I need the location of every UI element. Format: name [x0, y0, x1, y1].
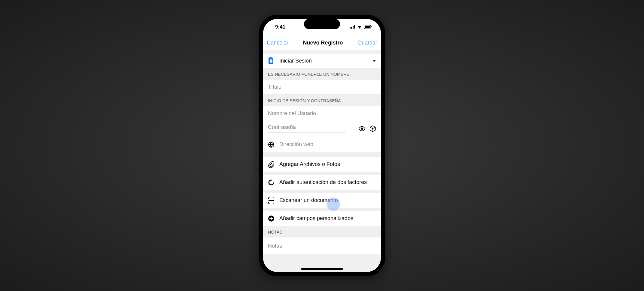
dice-icon[interactable]	[369, 125, 376, 132]
custom-fields-label: Añadir campos personalizados	[279, 215, 353, 222]
section-header-notes: NOTAS	[263, 226, 381, 237]
section-header-name: ES NECESARIO PONERLE UN NOMBRE	[263, 68, 381, 80]
svg-point-10	[374, 129, 375, 129]
phone-screen: 9:41 Cancelar Nuevo Registro Guardar	[263, 19, 381, 272]
paperclip-icon	[268, 161, 275, 168]
home-indicator[interactable]	[301, 268, 343, 270]
form-content[interactable]: Iniciar Sesión ES NECESARIO PONERLE UN N…	[263, 51, 381, 272]
notes-input[interactable]	[268, 243, 376, 249]
cellular-icon	[350, 24, 355, 30]
scan-document-row[interactable]: Escanear un documento	[263, 193, 381, 208]
cancel-button[interactable]: Cancelar	[267, 40, 288, 46]
custom-fields-row[interactable]: Añadir campos personalizados	[263, 211, 381, 226]
attach-files-row[interactable]: Agregar Archivos o Fotos	[263, 157, 381, 172]
phone-frame: 9:41 Cancelar Nuevo Registro Guardar	[259, 15, 385, 276]
notes-row[interactable]	[263, 237, 381, 254]
notch	[304, 19, 340, 29]
svg-rect-0	[350, 27, 351, 29]
section-header-login: INICIO DE SESIÓN Y CONTRASEÑA	[263, 95, 381, 106]
website-input[interactable]	[279, 141, 376, 148]
password-row[interactable]: Contraseña	[263, 121, 381, 137]
chevron-down-icon	[372, 60, 376, 62]
plus-circle-icon	[268, 215, 275, 222]
svg-rect-7	[270, 60, 272, 63]
scan-document-label: Escanear un documento	[279, 197, 338, 204]
username-input[interactable]	[268, 110, 376, 117]
record-type-label: Iniciar Sesión	[279, 58, 312, 64]
wifi-icon	[357, 24, 362, 30]
title-input[interactable]	[268, 84, 376, 90]
svg-rect-5	[365, 26, 370, 28]
globe-icon	[268, 141, 275, 148]
record-type-selector[interactable]: Iniciar Sesión	[263, 53, 381, 68]
svg-rect-2	[353, 26, 354, 29]
svg-rect-1	[351, 27, 352, 29]
scan-icon	[268, 197, 275, 204]
svg-point-9	[371, 129, 372, 129]
title-row[interactable]	[263, 80, 381, 95]
attach-files-label: Agregar Archivos o Fotos	[279, 161, 340, 167]
svg-point-13	[269, 180, 274, 185]
status-time: 9:41	[275, 24, 285, 30]
password-strength-bar	[268, 132, 346, 133]
website-row[interactable]	[263, 137, 381, 152]
battery-icon	[364, 24, 372, 30]
svg-point-8	[361, 127, 363, 130]
eye-icon[interactable]	[359, 125, 365, 132]
lock-document-icon	[268, 57, 275, 64]
two-factor-row[interactable]: Añadir autenticación de dos factores	[263, 175, 381, 190]
svg-rect-6	[371, 26, 372, 27]
loading-circle-icon	[268, 179, 275, 186]
page-title: Nuevo Registro	[303, 40, 343, 46]
nav-bar: Cancelar Nuevo Registro Guardar	[263, 35, 381, 51]
status-icons	[350, 24, 372, 30]
username-row[interactable]	[263, 106, 381, 121]
svg-point-11	[372, 127, 373, 127]
svg-rect-3	[354, 25, 355, 29]
save-button[interactable]: Guardar	[357, 40, 377, 46]
password-input[interactable]: Contraseña	[268, 124, 354, 130]
two-factor-label: Añadir autenticación de dos factores	[279, 179, 367, 185]
